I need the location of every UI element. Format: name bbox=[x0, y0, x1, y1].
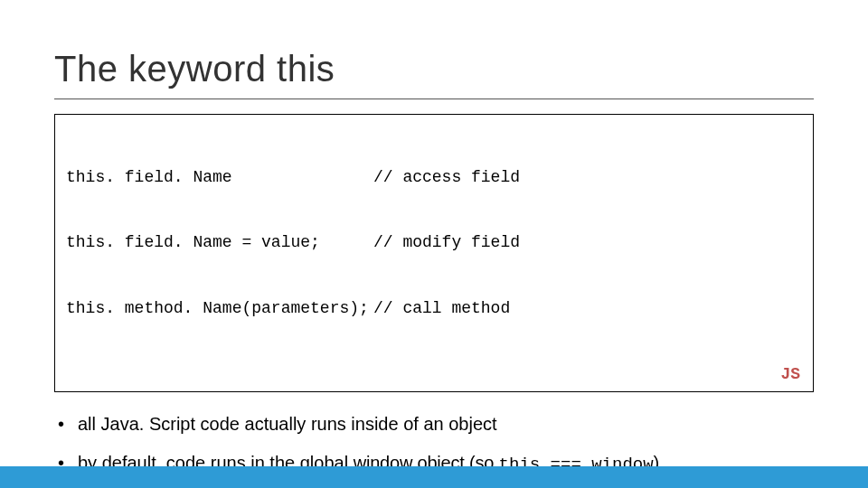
title-rule bbox=[54, 99, 814, 99]
code-line-3-comment: // call method bbox=[373, 297, 802, 319]
page-title: The keyword this bbox=[54, 49, 814, 89]
code-line-1-comment: // access field bbox=[373, 166, 802, 188]
code-lang-badge: JS bbox=[780, 363, 800, 385]
code-row-1: this. field. Name // access field bbox=[66, 166, 802, 188]
code-box: this. field. Name // access field this. … bbox=[54, 114, 814, 392]
code-line-3-left: this. method. Name(parameters); bbox=[66, 297, 373, 319]
bullet-1-text: all Java. Script code actually runs insi… bbox=[78, 414, 497, 434]
code-line-2-comment: // modify field bbox=[373, 231, 802, 253]
bullet-1: all Java. Script code actually runs insi… bbox=[54, 412, 814, 436]
code-row-3: this. method. Name(parameters); // call … bbox=[66, 297, 802, 319]
code-line-2-left: this. field. Name = value; bbox=[66, 231, 373, 253]
title-wrap: The keyword this bbox=[0, 0, 868, 93]
code-line-1-left: this. field. Name bbox=[66, 166, 373, 188]
footer-accent-bar bbox=[0, 466, 868, 488]
code-row-2: this. field. Name = value; // modify fie… bbox=[66, 231, 802, 253]
slide: The keyword this this. field. Name // ac… bbox=[0, 0, 868, 488]
